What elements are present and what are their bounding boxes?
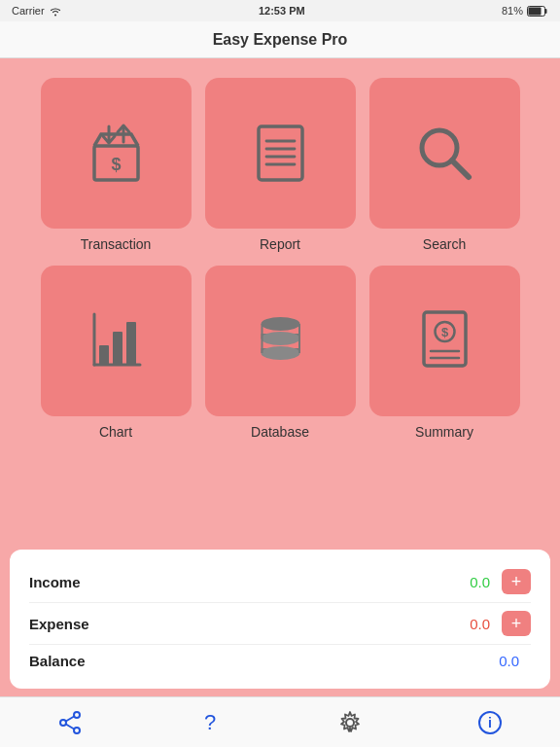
search-tile[interactable]: [369, 78, 520, 229]
carrier-label: Carrier: [12, 5, 45, 17]
search-label: Search: [423, 236, 466, 252]
search-icon: [408, 117, 481, 190]
help-icon: ?: [197, 710, 223, 735]
balance-row: Balance 0.0: [29, 645, 531, 677]
info-icon: i: [477, 710, 503, 735]
status-bar: Carrier 12:53 PM 81%: [0, 0, 560, 21]
report-tile[interactable]: [205, 78, 356, 229]
svg-point-32: [60, 720, 66, 726]
svg-text:$: $: [440, 325, 448, 339]
grid-row-2: Chart Database: [19, 266, 541, 440]
grid-item-transaction[interactable]: $ Transaction: [41, 78, 192, 252]
tab-share[interactable]: [41, 703, 99, 742]
svg-line-35: [66, 724, 74, 729]
balance-label: Balance: [29, 653, 480, 669]
status-bar-time: 12:53 PM: [259, 5, 305, 17]
svg-point-31: [74, 712, 80, 718]
tab-help[interactable]: ?: [181, 703, 239, 742]
svg-text:$: $: [111, 155, 121, 174]
svg-rect-17: [113, 332, 122, 365]
database-tile[interactable]: [205, 266, 356, 416]
transaction-label: Transaction: [81, 236, 152, 252]
chart-tile[interactable]: [41, 266, 192, 416]
nav-bar: Easy Expense Pro: [0, 21, 560, 58]
svg-rect-25: [298, 324, 300, 353]
tab-info[interactable]: i: [461, 703, 519, 742]
svg-rect-18: [126, 322, 136, 365]
income-label: Income: [29, 574, 451, 590]
chart-icon: [80, 304, 153, 377]
report-icon: [244, 117, 317, 190]
income-add-button[interactable]: +: [502, 569, 531, 594]
svg-point-37: [346, 719, 354, 727]
share-icon: [57, 710, 83, 735]
svg-rect-1: [544, 9, 546, 14]
transaction-tile[interactable]: $: [41, 78, 192, 229]
expense-row: Expense 0.0 +: [29, 603, 531, 645]
svg-text:?: ?: [204, 710, 216, 734]
grid-item-search[interactable]: Search: [369, 78, 520, 252]
svg-rect-2: [528, 7, 541, 15]
svg-point-21: [261, 332, 299, 345]
svg-text:i: i: [488, 715, 492, 730]
expense-label: Expense: [29, 616, 451, 632]
svg-point-23: [261, 346, 299, 360]
summary-icon: $: [408, 304, 481, 377]
tab-bar: ? i: [0, 696, 560, 747]
main-content: $ Transaction: [0, 58, 560, 550]
battery-label: 81%: [502, 5, 523, 17]
grid-row-1: $ Transaction: [19, 78, 541, 252]
status-bar-left: Carrier: [12, 5, 62, 17]
grid-item-database[interactable]: Database: [205, 266, 356, 440]
expense-add-button[interactable]: +: [502, 611, 531, 636]
income-value: 0.0: [451, 574, 490, 590]
tab-settings[interactable]: [321, 703, 379, 742]
balance-value: 0.0: [480, 653, 519, 669]
wifi-icon: [49, 5, 62, 17]
svg-line-13: [452, 160, 469, 177]
status-bar-right: 81%: [502, 5, 548, 17]
settings-icon: [337, 710, 363, 735]
transaction-icon: $: [80, 117, 153, 190]
battery-icon: [527, 6, 548, 17]
svg-rect-16: [99, 345, 109, 365]
database-icon: [244, 304, 317, 377]
nav-title: Easy Expense Pro: [213, 31, 348, 49]
summary-tile[interactable]: $: [369, 266, 520, 416]
summary-panel: Income 0.0 + Expense 0.0 + Balance 0.0: [10, 550, 550, 689]
summary-label: Summary: [415, 424, 473, 440]
expense-value: 0.0: [451, 616, 490, 632]
grid-item-summary[interactable]: $ Summary: [369, 266, 520, 440]
database-label: Database: [251, 424, 309, 440]
svg-point-33: [74, 728, 80, 733]
income-row: Income 0.0 +: [29, 561, 531, 603]
svg-line-34: [66, 716, 74, 721]
svg-rect-24: [261, 324, 262, 353]
grid-item-chart[interactable]: Chart: [41, 266, 192, 440]
svg-rect-7: [259, 126, 302, 180]
grid-item-report[interactable]: Report: [205, 78, 356, 252]
report-label: Report: [260, 236, 300, 252]
chart-label: Chart: [99, 424, 132, 440]
svg-point-19: [261, 317, 299, 331]
